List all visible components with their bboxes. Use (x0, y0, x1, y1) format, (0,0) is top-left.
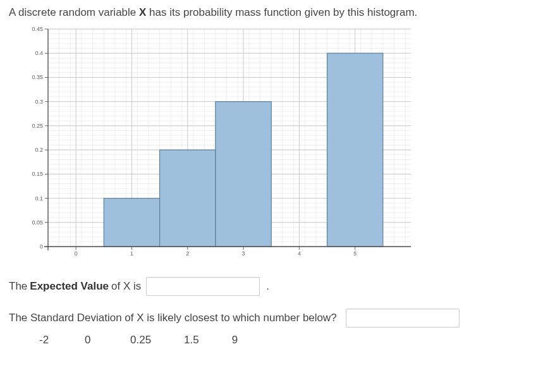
svg-text:0.4: 0.4 (35, 50, 43, 56)
svg-text:0.45: 0.45 (32, 26, 43, 32)
expected-value-row: The Expected Value of X is . (9, 277, 527, 296)
histogram-svg: 00.050.10.150.20.250.30.350.40.45012345 (19, 25, 417, 266)
svg-text:2: 2 (186, 250, 189, 257)
choice-option: 0 (85, 334, 97, 346)
q1-after: . (266, 280, 269, 293)
q1-mid: of X is (111, 280, 141, 293)
choice-option: 0.25 (130, 334, 151, 346)
svg-text:0.05: 0.05 (32, 219, 43, 226)
svg-text:4: 4 (298, 250, 301, 257)
q1-before: The (9, 280, 27, 293)
std-dev-row: The Standard Deviation of X is likely cl… (9, 309, 527, 328)
choice-option: 9 (232, 334, 245, 346)
svg-text:0.1: 0.1 (35, 195, 43, 202)
svg-text:0.15: 0.15 (32, 171, 43, 177)
q2-text: The Standard Deviation of X is likely cl… (9, 312, 337, 324)
svg-text:0.3: 0.3 (35, 99, 43, 105)
prompt-post: has its probability mass function given … (146, 6, 417, 18)
choice-list: -2 0 0.25 1.5 9 (39, 334, 527, 346)
svg-text:1: 1 (130, 250, 133, 257)
svg-rect-127 (104, 199, 159, 247)
svg-text:0: 0 (40, 243, 43, 250)
svg-text:0: 0 (75, 250, 78, 257)
svg-text:3: 3 (242, 250, 245, 257)
std-dev-input[interactable] (346, 309, 460, 328)
svg-rect-130 (327, 53, 383, 247)
svg-text:5: 5 (353, 250, 356, 257)
question-prompt: A discrete random variable X has its pro… (9, 6, 527, 19)
expected-value-input[interactable] (146, 277, 260, 296)
choice-option: -2 (39, 334, 52, 346)
svg-text:0.2: 0.2 (35, 147, 43, 153)
svg-rect-128 (160, 150, 216, 247)
q1-bold: Expected Value (30, 280, 109, 293)
choice-option: 1.5 (184, 334, 199, 346)
svg-text:0.35: 0.35 (32, 74, 43, 80)
svg-text:0.25: 0.25 (32, 123, 43, 129)
histogram-chart: 00.050.10.150.20.250.30.350.40.45012345 (19, 25, 417, 266)
svg-rect-129 (216, 102, 271, 247)
prompt-bold: X (139, 6, 146, 18)
prompt-pre: A discrete random variable (9, 6, 139, 18)
